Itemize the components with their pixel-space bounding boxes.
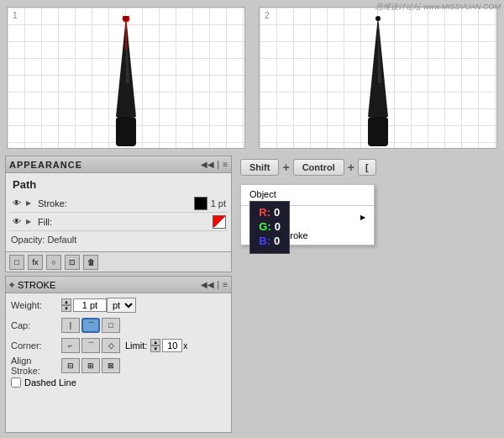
appearance-panel: APPEARANCE ◀◀ | ≡ Path 👁 ▶ Stroke: 1 pt <box>5 156 232 272</box>
limit-input[interactable] <box>162 339 182 352</box>
cap-row: Cap: | ⌒ □ <box>11 317 226 334</box>
path-label: Path <box>9 177 228 194</box>
stroke-weight-value: 1 pt <box>211 198 226 208</box>
opacity-row: Opacity: Default <box>9 231 228 248</box>
appearance-panel-controls: ◀◀ | ≡ <box>201 160 228 169</box>
limit-up[interactable]: ▲ <box>150 339 160 346</box>
weight-up[interactable]: ▲ <box>61 298 71 305</box>
opacity-label: Opacity: Default <box>11 235 76 245</box>
bottom-area: APPEARANCE ◀◀ | ≡ Path 👁 ▶ Stroke: 1 pt <box>0 156 504 438</box>
align-label: Align Stroke: <box>11 356 61 376</box>
fill-row: 👁 ▶ Fill: <box>9 213 228 231</box>
left-panels: APPEARANCE ◀◀ | ≡ Path 👁 ▶ Stroke: 1 pt <box>5 156 232 433</box>
appearance-bottom-toolbar: □ fx ○ ⊡ 🗑 <box>6 251 231 272</box>
cap-label: Cap: <box>11 320 61 330</box>
appearance-menu[interactable]: ≡ <box>223 160 228 169</box>
dashed-label: Dashed Line <box>24 377 76 388</box>
align-inside-btn[interactable]: ⊞ <box>81 358 100 373</box>
limit-down[interactable]: ▼ <box>150 346 160 352</box>
r-value: 0 <box>274 206 280 219</box>
weight-input[interactable] <box>73 298 107 312</box>
object-label: Object <box>249 189 276 199</box>
control-button[interactable]: Control <box>293 159 344 176</box>
svg-rect-6 <box>368 117 388 146</box>
stroke-title-text: STROKE <box>18 280 55 290</box>
canvas-area: 1 2 <box>0 0 504 156</box>
right-panel: Shift + Control + [ Object Path ▶ Outlin… <box>237 156 499 433</box>
stroke-title-bar: ◆ STROKE ◀◀ | ≡ <box>6 277 231 293</box>
fill-visibility-toggle[interactable]: 👁 <box>11 216 23 228</box>
stroke-expand-arrow[interactable]: ▶ <box>26 199 34 207</box>
b-label: B: <box>259 235 270 247</box>
canvas-panel-1: 1 <box>7 7 245 149</box>
weight-down[interactable]: ▼ <box>61 305 71 312</box>
stroke-menu[interactable]: ≡ <box>223 280 228 289</box>
rgb-box: R: 0 G: 0 B: 0 <box>249 201 290 254</box>
plus-icon-1: + <box>282 161 289 174</box>
appearance-title-bar: APPEARANCE ◀◀ | ≡ <box>6 156 231 173</box>
appearance-delete[interactable]: 🗑 <box>83 255 98 270</box>
corner-label: Corner: <box>11 340 61 351</box>
appearance-add-item[interactable]: □ <box>9 255 24 270</box>
b-value: 0 <box>274 235 280 247</box>
svg-point-8 <box>375 16 381 21</box>
appearance-content: Path 👁 ▶ Stroke: 1 pt 👁 ▶ Fill: Opacity:… <box>6 173 231 251</box>
watermark: 思维设计论坛 www.MISSVUAN.COM <box>375 2 501 13</box>
corner-row: Corner: ⌐ ⌒ ◇ Limit: ▲ ▼ x <box>11 337 226 354</box>
limit-x: x <box>183 341 187 351</box>
dashed-checkbox[interactable] <box>11 377 21 388</box>
r-label: R: <box>259 206 270 219</box>
bracket-button[interactable]: [ <box>358 159 376 176</box>
canvas-panel-2: 2 <box>259 7 497 149</box>
stroke-content: Weight: ▲ ▼ pt Cap: | ⌒ □ <box>6 293 231 391</box>
stroke-row-label: Stroke: <box>38 198 191 208</box>
stroke-row: 👁 ▶ Stroke: 1 pt <box>9 194 228 213</box>
stroke-expand-icon[interactable]: ◆ <box>9 281 14 288</box>
fill-color-swatch[interactable] <box>213 215 226 229</box>
weight-row: Weight: ▲ ▼ pt <box>11 297 226 314</box>
align-center-btn[interactable]: ⊟ <box>61 358 80 373</box>
weight-unit-dropdown[interactable]: pt <box>107 298 136 313</box>
appearance-copy[interactable]: ⊡ <box>65 255 80 270</box>
panel-2-number: 2 <box>265 11 270 20</box>
appearance-title: APPEARANCE <box>9 160 82 170</box>
stroke-title-container: ◆ STROKE <box>9 280 55 290</box>
cap-butt-btn[interactable]: | <box>61 318 80 333</box>
svg-rect-1 <box>116 117 136 146</box>
weight-spinner[interactable]: ▲ ▼ <box>61 298 71 312</box>
stroke-collapse[interactable]: ◀◀ <box>201 280 214 289</box>
cap-square-btn[interactable]: □ <box>102 318 120 333</box>
align-row: Align Stroke: ⊟ ⊞ ⊠ <box>11 357 226 374</box>
path-submenu-arrow: ▶ <box>360 214 365 221</box>
shift-button[interactable]: Shift <box>240 159 279 176</box>
g-label: G: <box>259 220 270 233</box>
corner-miter-btn[interactable]: ⌐ <box>61 338 80 353</box>
shortcut-row: Shift + Control + [ <box>240 159 496 176</box>
appearance-collapse[interactable]: ◀◀ <box>201 160 214 169</box>
weight-label: Weight: <box>11 300 61 310</box>
fill-row-label: Fill: <box>38 217 209 227</box>
pen-1 <box>92 16 160 156</box>
panel-1-number: 1 <box>13 11 18 20</box>
appearance-fx[interactable]: fx <box>28 255 43 270</box>
corner-round-btn[interactable]: ⌒ <box>81 338 100 353</box>
stroke-panel: ◆ STROKE ◀◀ | ≡ Weight: ▲ ▼ <box>5 276 232 433</box>
limit-label: Limit: <box>125 340 147 351</box>
fill-expand-arrow[interactable]: ▶ <box>26 218 34 225</box>
svg-point-3 <box>123 16 129 22</box>
limit-spinner[interactable]: ▲ ▼ <box>150 339 160 352</box>
align-outside-btn[interactable]: ⊠ <box>102 358 120 373</box>
stroke-color-swatch[interactable] <box>194 197 207 210</box>
dashed-row: Dashed Line <box>11 377 226 388</box>
pen-2 <box>344 16 412 156</box>
corner-bevel-btn[interactable]: ◇ <box>102 338 120 353</box>
appearance-clear[interactable]: ○ <box>46 255 61 270</box>
cap-round-btn[interactable]: ⌒ <box>81 318 100 333</box>
plus-icon-2: + <box>348 161 354 174</box>
stroke-panel-controls: ◀◀ | ≡ <box>201 280 228 289</box>
g-value: 0 <box>275 220 281 233</box>
stroke-visibility-toggle[interactable]: 👁 <box>11 198 23 209</box>
